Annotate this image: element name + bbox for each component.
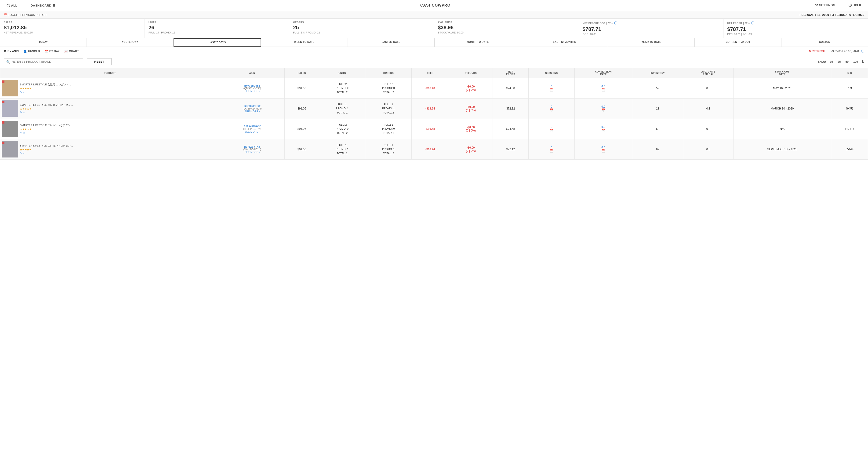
avg-units-per-day-cell: 0.3 — [683, 119, 734, 139]
tab-week-to-date[interactable]: WEEK TO DATE — [261, 38, 348, 47]
bsr-cell: 85444 — [831, 139, 868, 160]
refunds-value: -$0.00(0 | 0%) — [466, 105, 476, 112]
units-cell: FULL: 1PROMO: 1TOTAL: 2 — [319, 139, 365, 160]
fees-cell: -$16.48 — [412, 78, 449, 98]
tab-today[interactable]: TODAY — [0, 38, 87, 47]
sessions-calendar-icon[interactable]: 📅 — [550, 88, 553, 92]
sessions-calendar-icon[interactable]: 📅 — [550, 129, 553, 133]
fees-cell: -$16.48 — [412, 119, 449, 139]
conv-calendar-icon[interactable]: 📅 — [601, 149, 605, 153]
star-icon[interactable]: ☆ — [23, 111, 25, 114]
info-icon-net-before-cog[interactable]: ⓘ — [614, 21, 618, 25]
orders-text: FULL: 1PROMO: 0TOTAL: 1 — [367, 123, 410, 135]
th-conversion-rate: CONVERSIONRATE — [575, 68, 632, 78]
stock-out-date-cell: SEPTEMBER 14 - 2020 — [733, 139, 831, 160]
search-icon: 🔍 — [6, 60, 10, 64]
tab-current-payout[interactable]: CURRENT PAYOUT — [695, 38, 781, 47]
orders-text: FULL: 2PROMO: 0TOTAL: 2 — [367, 82, 410, 94]
toolbar: ⚙ BY ASIN 👤 UNSOLD 📅 BY DAY 📈 CHART ↻ RE… — [0, 47, 868, 56]
th-product: PRODUCT — [0, 68, 220, 78]
by-asin-button[interactable]: ⚙ BY ASIN — [4, 50, 19, 53]
product-info: SMARTER LIFESTYLE 女性用 エレガント... ★★★★★ ✎ ☆ — [20, 83, 218, 93]
sessions-calendar-icon[interactable]: 📅 — [550, 149, 553, 153]
tab-month-to-date[interactable]: MONTH TO DATE — [435, 38, 521, 47]
see-more-link[interactable]: SEE MORE › — [221, 90, 283, 92]
bsr-cell: 49451 — [831, 98, 868, 119]
tab-last7days[interactable]: LAST 7 DAYS — [174, 38, 261, 47]
unsold-button[interactable]: 👤 UNSOLD — [23, 50, 40, 53]
conv-calendar-icon[interactable]: 📅 — [601, 129, 605, 133]
reset-button[interactable]: RESET — [87, 58, 112, 65]
asin-icon: ⚙ — [4, 50, 6, 53]
refresh-button[interactable]: ↻ REFRESH — [809, 50, 825, 53]
net-profit-cell: $72.12 — [493, 139, 528, 160]
star-icon[interactable]: ☆ — [23, 131, 25, 134]
asin-link[interactable]: B073X6MGCY — [221, 125, 283, 128]
nav-all[interactable]: ◯ ALL — [0, 0, 24, 10]
product-cell: SMARTER LIFESTYLE エレガントなチタン... ★★★★★ ✎ ☆ — [0, 98, 220, 119]
bsr-cell: 117114 — [831, 119, 868, 139]
sessions-calendar-icon[interactable]: 📅 — [550, 108, 553, 112]
show-10[interactable]: 10 — [829, 59, 834, 64]
metric-sales-value: $1,012.85 — [4, 25, 141, 31]
asin-link[interactable]: B073SDJ5S2 — [221, 84, 283, 87]
fees-value: -$16.48 — [426, 87, 435, 90]
edit-icon[interactable]: ✎ — [20, 91, 22, 93]
tab-custom[interactable]: CUSTOM — [781, 38, 868, 47]
calendar-icon: 📅 — [4, 13, 7, 17]
tab-yesterday[interactable]: YESTERDAY — [87, 38, 174, 47]
tab-year-to-date[interactable]: YEAR TO DATE — [608, 38, 695, 47]
tab-last12months[interactable]: LAST 12 MONTHS — [521, 38, 608, 47]
edit-icon[interactable]: ✎ — [20, 111, 22, 114]
info-icon-net-profit[interactable]: ⓘ — [751, 21, 754, 25]
tab-last30days[interactable]: LAST 30 DAYS — [348, 38, 435, 47]
edit-icon[interactable]: ✎ — [20, 131, 22, 134]
chart-button[interactable]: 📈 CHART — [64, 50, 79, 53]
metric-avg-price: AVG. PRICE $38.96 STOCK VALUE: $0.00 — [434, 19, 579, 38]
asin-link[interactable]: B073X6YTKY — [221, 145, 283, 148]
search-input[interactable] — [11, 60, 81, 63]
by-day-button[interactable]: 📅 BY DAY — [45, 50, 60, 53]
asin-cell: B073X6MGCY (9F-43P5-GO7K) SEE MORE › — [220, 119, 285, 139]
conv-calendar-icon[interactable]: 📅 — [601, 108, 605, 112]
nav-dashboard[interactable]: DASHBOARD ☰ — [24, 0, 62, 10]
table-row: SMARTER LIFESTYLE エレガントなチタン... ★★★★★ ✎ ☆… — [0, 119, 868, 139]
th-inventory: INVENTORY — [632, 68, 683, 78]
asin-link[interactable]: B073X72CFW — [221, 105, 283, 108]
download-icon[interactable]: ⇓ — [861, 60, 864, 64]
table-body: SMARTER LIFESTYLE 女性用 エレガント... ★★★★★ ✎ ☆… — [0, 78, 868, 160]
see-more-link[interactable]: SEE MORE › — [221, 110, 283, 113]
show-50[interactable]: 50 — [844, 59, 850, 64]
metrics-bar: SALES $1,012.85 NET REVENUE: $980.95 UNI… — [0, 19, 868, 38]
toggle-previous-period[interactable]: 📅 TOGGLE PREVIOUS PERIOD — [4, 13, 46, 17]
th-units: UNITS — [319, 68, 365, 78]
product-cell: SMARTER LIFESTYLE 女性用 エレガント... ★★★★★ ✎ ☆ — [0, 78, 220, 98]
th-sessions: SESSIONS — [528, 68, 575, 78]
star-icon[interactable]: ☆ — [23, 91, 25, 93]
show-100[interactable]: 100 — [852, 59, 859, 64]
orders-cell: FULL: 1PROMO: 1TOTAL: 2 — [365, 98, 412, 119]
metric-units-value: 26 — [149, 25, 286, 31]
avg-units-per-day-cell: 0.3 — [683, 98, 734, 119]
metric-units-sub: FULL: 14 | PROMO: 12 — [149, 31, 286, 34]
product-icons: ✎ ☆ — [20, 152, 218, 155]
edit-icon[interactable]: ✎ — [20, 152, 22, 154]
sales-cell: $91.06 — [285, 119, 319, 139]
metric-net-profit-sub: PPC: $0.00 | ROI: 0% — [727, 33, 864, 35]
stock-out-date-cell: MARCH 30 - 2020 — [733, 98, 831, 119]
inventory-cell: 28 — [632, 98, 683, 119]
see-more-link[interactable]: SEE MORE › — [221, 151, 283, 153]
conv-calendar-icon[interactable]: 📅 — [601, 88, 605, 92]
asin-sub: (0N-IHBQ-N02U) — [221, 148, 283, 151]
nav-settings[interactable]: ⚒ SETTINGS — [809, 0, 842, 11]
nav-help[interactable]: ⓘ HELP — [842, 0, 868, 11]
conversion-rate-value: 0.0 — [601, 105, 605, 108]
show-25[interactable]: 25 — [836, 59, 842, 64]
see-more-link[interactable]: SEE MORE › — [221, 131, 283, 133]
refunds-cell: -$0.00(0 | 0%) — [449, 119, 493, 139]
product-icons: ✎ ☆ — [20, 111, 218, 114]
units-text: FULL: 2PROMO: 0TOTAL: 2 — [320, 82, 364, 94]
help-icon[interactable]: ⓘ — [861, 49, 864, 53]
star-icon[interactable]: ☆ — [23, 152, 25, 154]
star-rating: ★★★★★ — [20, 128, 218, 131]
